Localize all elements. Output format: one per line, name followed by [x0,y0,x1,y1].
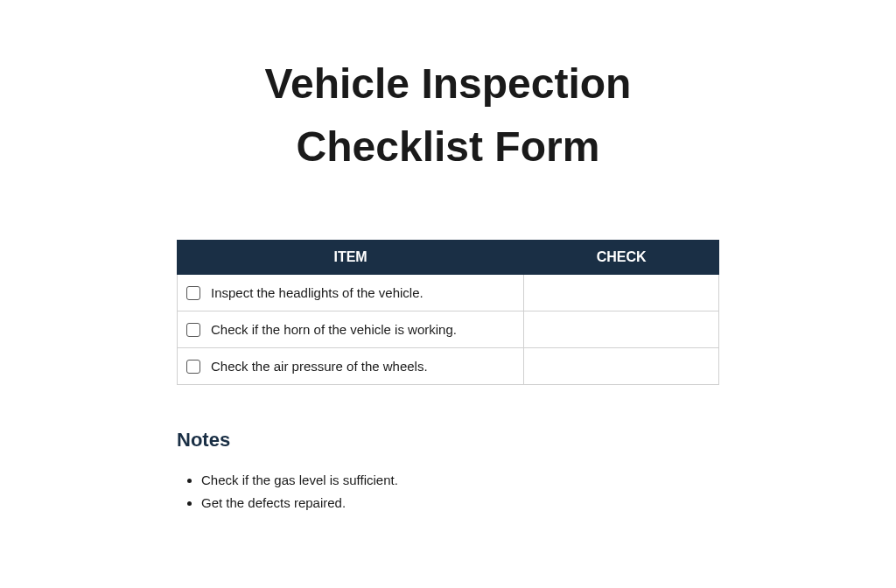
check-cell [524,312,719,348]
checkbox-icon[interactable] [186,323,200,337]
notes-list: Check if the gas level is sufficient. Ge… [177,469,719,514]
header-check: CHECK [524,241,719,275]
check-cell [524,275,719,312]
checkbox-icon[interactable] [186,286,200,300]
header-item: ITEM [178,241,524,275]
checklist-table: ITEM CHECK Inspect the headlights of the… [177,240,719,385]
table-row: Check if the horn of the vehicle is work… [178,312,719,348]
document-container: Vehicle Inspection Checklist Form ITEM C… [89,52,807,514]
table-row: Check the air pressure of the wheels. [178,348,719,385]
checkbox-icon[interactable] [186,360,200,374]
list-item: Get the defects repaired. [201,492,719,514]
title-line-1: Vehicle Inspection [265,60,632,107]
item-text: Inspect the headlights of the vehicle. [211,285,424,300]
check-cell [524,348,719,385]
title-line-2: Checklist Form [297,123,600,170]
document-title: Vehicle Inspection Checklist Form [177,52,719,178]
table-row: Inspect the headlights of the vehicle. [178,275,719,312]
item-text: Check if the horn of the vehicle is work… [211,322,457,337]
item-text: Check the air pressure of the wheels. [211,359,428,374]
notes-heading: Notes [177,429,719,452]
list-item: Check if the gas level is sufficient. [201,469,719,492]
